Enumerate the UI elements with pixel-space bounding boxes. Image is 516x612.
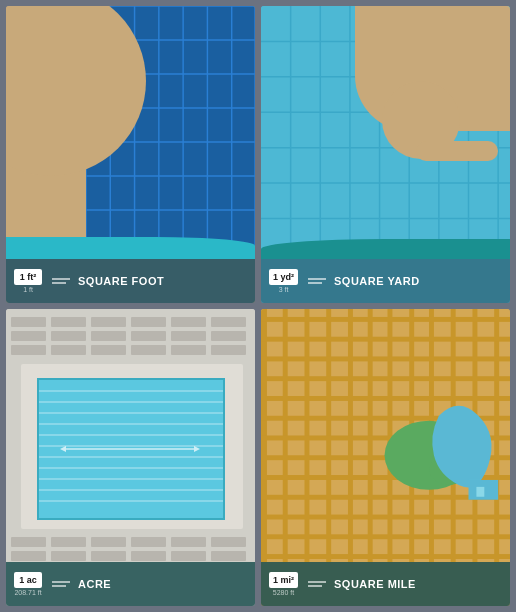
label-main-3: ACRE (78, 578, 111, 590)
badge-wrapper-2: 1 yd² 3 ft (269, 269, 298, 294)
label-group-1: SQUARE FOOT (78, 275, 164, 287)
svg-rect-98 (261, 317, 510, 322)
svg-rect-66 (11, 537, 46, 547)
label-main-1: SQUARE FOOT (78, 275, 164, 287)
svg-rect-48 (211, 345, 246, 355)
svg-rect-31 (11, 317, 46, 327)
label-lines-2 (308, 278, 326, 284)
svg-rect-35 (171, 317, 206, 327)
svg-rect-43 (11, 345, 46, 355)
label-main-2: SQUARE YARD (334, 275, 420, 287)
svg-rect-100 (261, 356, 510, 361)
badge-text-3: 1 ac (19, 575, 37, 585)
svg-rect-76 (171, 551, 206, 561)
label-group-3: ACRE (78, 578, 111, 590)
svg-rect-67 (51, 537, 86, 547)
svg-rect-110 (261, 554, 510, 559)
svg-rect-41 (171, 331, 206, 341)
badge-sub-1: 1 ft (23, 286, 33, 293)
card-square-yard: 1 yd² 3 ft SQUARE YARD (261, 6, 510, 303)
svg-rect-101 (261, 376, 510, 381)
label-lines-4 (308, 581, 326, 587)
svg-rect-33 (91, 317, 126, 327)
svg-rect-39 (91, 331, 126, 341)
svg-rect-46 (131, 345, 166, 355)
svg-rect-42 (211, 331, 246, 341)
card-square-mile: 1 mi² 5280 ft SQUARE MILE (261, 309, 510, 606)
label-lines-1 (52, 278, 70, 284)
svg-rect-32 (51, 317, 86, 327)
teal-wave-1 (6, 237, 255, 259)
card-square-foot: 1 ft² 1 ft SQUARE FOOT (6, 6, 255, 303)
svg-rect-77 (211, 551, 246, 561)
label-group-4: SQUARE MILE (334, 578, 416, 590)
svg-rect-44 (51, 345, 86, 355)
label-bar-3: 1 ac 208.71 ft ACRE (6, 562, 255, 606)
svg-rect-70 (171, 537, 206, 547)
label-main-4: SQUARE MILE (334, 578, 416, 590)
badge-sub-3: 208.71 ft (14, 589, 41, 596)
unit-badge-4: 1 mi² (269, 572, 298, 589)
svg-rect-102 (261, 396, 510, 401)
label-bar-1: 1 ft² 1 ft SQUARE FOOT (6, 259, 255, 303)
svg-rect-40 (131, 331, 166, 341)
badge-text-4: 1 mi² (273, 575, 294, 585)
svg-rect-71 (211, 537, 246, 547)
svg-rect-36 (211, 317, 246, 327)
badge-wrapper-3: 1 ac 208.71 ft (14, 572, 42, 597)
svg-rect-37 (11, 331, 46, 341)
unit-badge-1: 1 ft² (14, 269, 42, 286)
badge-text-1: 1 ft² (20, 272, 37, 282)
label-group-2: SQUARE YARD (334, 275, 420, 287)
teal-wave-2 (261, 239, 510, 259)
svg-rect-45 (91, 345, 126, 355)
svg-rect-34 (131, 317, 166, 327)
svg-rect-73 (51, 551, 86, 561)
svg-rect-47 (171, 345, 206, 355)
svg-rect-99 (261, 337, 510, 342)
map-background-2 (261, 6, 510, 303)
badge-text-2: 1 yd² (273, 272, 294, 282)
label-lines-3 (52, 581, 70, 587)
unit-badge-2: 1 yd² (269, 269, 298, 286)
map-background-1 (6, 6, 255, 303)
svg-rect-108 (261, 515, 510, 520)
svg-rect-109 (261, 534, 510, 539)
label-bar-4: 1 mi² 5280 ft SQUARE MILE (261, 562, 510, 606)
svg-rect-75 (131, 551, 166, 561)
svg-rect-72 (11, 551, 46, 561)
svg-rect-74 (91, 551, 126, 561)
svg-rect-68 (91, 537, 126, 547)
label-bar-2: 1 yd² 3 ft SQUARE YARD (261, 259, 510, 303)
svg-rect-114 (476, 487, 484, 497)
badge-wrapper-4: 1 mi² 5280 ft (269, 572, 298, 597)
svg-rect-69 (131, 537, 166, 547)
svg-rect-38 (51, 331, 86, 341)
badge-wrapper-1: 1 ft² 1 ft (14, 269, 42, 294)
card-acre: 1 ac 208.71 ft ACRE (6, 309, 255, 606)
badge-sub-2: 3 ft (279, 286, 289, 293)
badge-sub-4: 5280 ft (273, 589, 294, 596)
unit-badge-3: 1 ac (14, 572, 42, 589)
tan-arm-2 (416, 141, 498, 161)
